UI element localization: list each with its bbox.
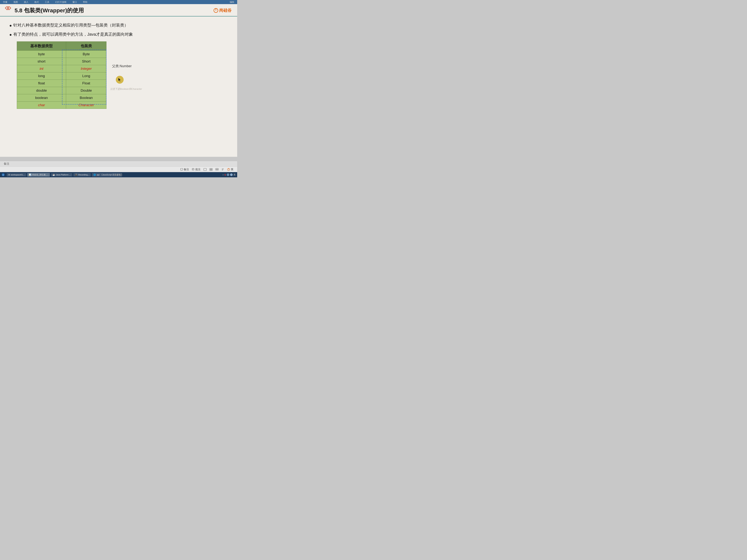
menu-item-chuangkou[interactable]: 窗口 [71, 0, 78, 4]
view-outline-btn[interactable] [222, 168, 224, 171]
svg-text:⊕: ⊕ [2, 174, 4, 176]
taskbar-item-recording[interactable]: 🎬 Recording... [73, 173, 91, 177]
slide-header: 5.8 包装类(Wrapper)的使用 尚硅谷 [0, 4, 237, 17]
svg-rect-7 [192, 168, 194, 170]
view-list-btn[interactable] [215, 168, 218, 171]
brand-text: 尚硅谷 [219, 8, 232, 13]
primitive-type-cell: long [17, 73, 66, 80]
bullet-2: ● 有了类的特点，就可以调用类中的方法，Java才是真正的面向对象 [9, 31, 228, 38]
table-row: intInteger [17, 65, 106, 73]
table-row: shortShort [17, 58, 106, 65]
table-row: longLong [17, 73, 106, 80]
wrapper-type-cell: Boolean [66, 94, 106, 102]
notes-label: 备注 [4, 162, 9, 166]
beizhu-control[interactable]: 备注 [180, 168, 189, 171]
table-header-wrapper: 包装类 [66, 42, 106, 51]
cursor-arrow-icon [118, 78, 122, 82]
java-icon: ☕ [52, 174, 55, 176]
svg-rect-13 [210, 170, 211, 170]
view-normal-btn[interactable] [204, 168, 207, 171]
primitive-type-cell: int [17, 65, 66, 73]
wrapper-type-cell: Long [66, 73, 106, 80]
primitive-type-cell: char [17, 102, 66, 109]
menu-item-shitu[interactable]: 视图 [12, 0, 19, 4]
menu-item-gongju[interactable]: 工具 [44, 0, 50, 4]
svg-rect-15 [216, 168, 218, 169]
svg-marker-4 [119, 78, 121, 81]
workspace-label: workspace01... [11, 174, 25, 176]
power-btn[interactable]: 英 [227, 168, 233, 171]
menu-item-charu[interactable]: 插入 [23, 0, 29, 4]
taskbar-tray: » S 英 [223, 173, 236, 177]
primitive-type-cell: double [17, 87, 66, 94]
menu-item-geshi[interactable]: 格式 [33, 0, 40, 4]
expand-tray-btn[interactable]: » [223, 174, 224, 176]
beizhu-label: 备注 [184, 168, 189, 171]
svg-rect-10 [204, 168, 206, 170]
java-label: Java Platform ... [56, 174, 71, 176]
primitive-type-cell: byte [17, 51, 66, 58]
wrapper-type-cell: Character [66, 102, 106, 109]
network-tray-icon[interactable] [230, 174, 233, 176]
table-section: 基本数据类型 包装类 byteByteshortShortintIntegerl… [9, 42, 228, 109]
table-row: byteByte [17, 51, 106, 58]
table-wrapper: 基本数据类型 包装类 byteByteshortShortintIntegerl… [17, 42, 106, 109]
view-grid-icon [209, 168, 212, 171]
wrapper-type-cell: Double [66, 87, 106, 94]
ppt-label: 尚硅谷_宋红康_... [32, 174, 48, 176]
bottom-brand: adol [114, 173, 123, 177]
svg-rect-16 [216, 169, 218, 170]
s-icon: S [224, 174, 226, 176]
diamond-logo-icon [4, 6, 12, 15]
taskbar-start: ⊕ [1, 173, 5, 177]
api-icon: 🌐 [93, 174, 96, 176]
power-icon [227, 168, 230, 171]
view-normal-icon [204, 168, 207, 171]
view-outline-icon [222, 168, 224, 171]
header-left: 5.8 包装类(Wrapper)的使用 [4, 6, 84, 15]
menu-item-bianji[interactable]: 编辑 [229, 0, 235, 4]
notes-area: 备注 [0, 161, 237, 166]
table-row: floatFloat [17, 80, 106, 87]
table-row: doubleDouble [17, 87, 106, 94]
cursor-circle [116, 76, 124, 84]
brand-logo: 尚硅谷 [213, 8, 232, 13]
bullet-1: ● 针对八种基本数据类型定义相应的引用类型—包装类（封装类） [9, 22, 228, 29]
table-row: booleanBoolean [17, 94, 106, 102]
recording-icon: 🎬 [75, 174, 77, 176]
watermark-text: 注意下是Boolean和Character [110, 87, 142, 91]
beizhu-icon [180, 168, 183, 171]
primitive-type-cell: short [17, 58, 66, 65]
brand-power-icon [213, 8, 218, 13]
table-row: charCharacter [17, 102, 106, 109]
wrapper-type-cell: Byte [66, 51, 106, 58]
primitive-type-cell: boolean [17, 94, 66, 102]
view-list-icon [215, 168, 218, 171]
wrapper-type-cell: Short [66, 58, 106, 65]
power-label: 英 [231, 168, 233, 171]
volume-tray-icon[interactable] [227, 174, 229, 176]
window-menubar: 学案 视图 插入 格式 工具 幻灯片放映 窗口 帮助 编辑 [0, 0, 237, 4]
menu-item-放映[interactable]: 幻灯片放映 [54, 0, 68, 4]
menu-item-xuean[interactable]: 学案 [2, 0, 8, 4]
wrapper-type-cell: Integer [66, 65, 106, 73]
taskbar-item-java[interactable]: ☕ Java Platform ... [51, 173, 72, 177]
slide-title: 5.8 包装类(Wrapper)的使用 [15, 7, 84, 15]
taskbar-item-workspace[interactable]: ⚙ workspace01... [7, 173, 26, 177]
pizhu-label: 批注 [195, 168, 201, 171]
wrapper-type-cell: Float [66, 80, 106, 87]
svg-rect-14 [211, 170, 212, 170]
taskbar-item-ppt[interactable]: 📊 尚硅谷_宋红康_... [27, 173, 50, 177]
svg-rect-12 [211, 168, 212, 169]
pizhu-control[interactable]: 批注 [192, 168, 201, 171]
slide-content: ● 针对八种基本数据类型定义相应的引用类型—包装类（封装类） ● 有了类的特点，… [0, 17, 237, 157]
recording-label: Recording... [78, 174, 89, 176]
en-tray-label[interactable]: 英 [233, 173, 236, 177]
menu-item-bangzhu[interactable]: 帮助 [82, 0, 88, 4]
view-grid-btn[interactable] [209, 168, 212, 171]
workspace-icon: ⚙ [8, 174, 10, 176]
cursor-area [116, 76, 142, 84]
side-annotations: 父类:Number 注意下是Boolean和Character [110, 42, 142, 91]
parent-class-label: 父类:Number [110, 64, 142, 68]
wrapper-table: 基本数据类型 包装类 byteByteshortShortintIntegerl… [17, 42, 106, 109]
